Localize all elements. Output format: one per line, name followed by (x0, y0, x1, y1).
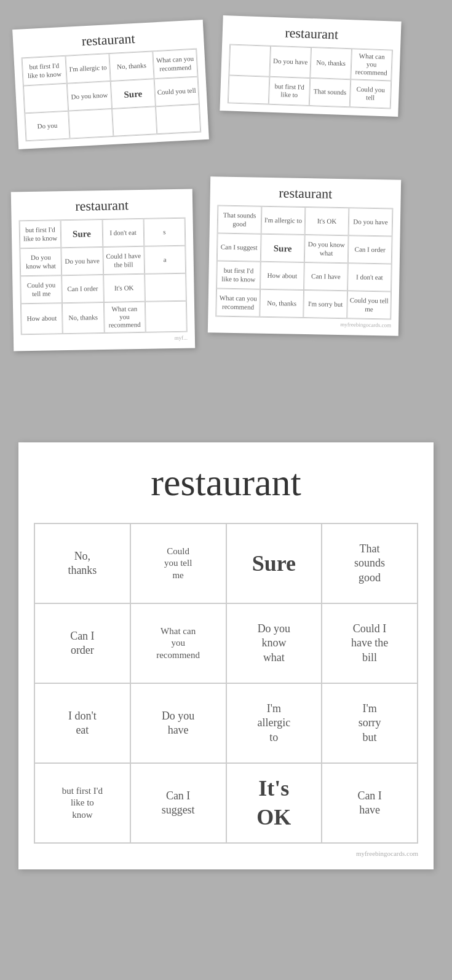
cell (112, 106, 157, 136)
cell: but first I'd like to know (20, 220, 61, 248)
cell: s (143, 218, 185, 246)
card-1-title: restaurant (20, 28, 197, 53)
cell: Do you (25, 111, 69, 141)
cell: I don't eat (102, 219, 144, 247)
cell: Do you know what (20, 248, 61, 276)
cell: Can I suggest (217, 233, 261, 262)
cell: I'm allergic to (261, 206, 306, 235)
cell (229, 44, 271, 76)
bingo-card-2: restaurant Do you have No, thanks What c… (220, 15, 401, 117)
cell: Could you tell me (20, 275, 62, 304)
main-cell-r1c1: No,thanks (34, 523, 130, 603)
cell: No, thanks (62, 302, 104, 334)
cell: I don't eat (347, 263, 392, 291)
cell: a (144, 246, 186, 274)
main-bingo-card: restaurant No,thanks Couldyou tellme Sur… (18, 442, 434, 869)
cell: Can I order (61, 275, 103, 303)
card-3-watermark: myf... (21, 334, 188, 343)
card-1-grid: but first I'd like to know I'm allergic … (22, 49, 202, 142)
main-watermark: myfreebingocards.com (34, 850, 418, 857)
bingo-card-4: restaurant That sounds good I'm allergic… (208, 176, 401, 335)
cell: I'm allergic to (65, 53, 110, 84)
cell: What can you recommend (351, 49, 392, 80)
cell: Can I order (348, 235, 392, 264)
cell (145, 301, 187, 332)
cell: How about (21, 303, 63, 334)
main-cell-r3c2: Do youhave (130, 683, 226, 763)
main-cell-r2c1: Can Iorder (34, 603, 130, 683)
bingo-card-1: restaurant but first I'd like to know I'… (12, 20, 209, 149)
main-cell-r2c3: Do youknowwhat (226, 603, 322, 683)
cell: How about (260, 262, 304, 290)
bingo-card-3: restaurant but first I'd like to know Su… (11, 189, 195, 351)
cell: It's OK (103, 274, 145, 302)
cell: Do you have (349, 208, 393, 236)
cell (68, 109, 113, 139)
cell: No, thanks (310, 47, 352, 79)
card-3-grid: but first I'd like to know Sure I don't … (19, 218, 188, 335)
card-4-title: restaurant (218, 184, 394, 203)
card-2-grid: Do you have No, thanks What can you reco… (228, 44, 393, 109)
cell: No, thanks (109, 51, 154, 81)
cell: Can I have (304, 262, 348, 291)
card-3-title: restaurant (18, 197, 185, 216)
main-cell-r4c3: It'sOK (226, 763, 322, 843)
main-cell-r4c2: Can Isuggest (130, 763, 226, 843)
cell: Could you tell me (347, 291, 391, 319)
cell: Do you know what (304, 235, 349, 263)
cell: What can you recommend (216, 289, 260, 317)
cell: Sure (61, 219, 103, 248)
cell: No, thanks (260, 289, 304, 318)
cell: That sounds (309, 78, 351, 107)
cell (228, 75, 270, 104)
cell: Sure (111, 79, 156, 109)
cell: Do you have (61, 247, 103, 275)
cell: What can you recommend (153, 49, 197, 79)
cell: What can you recommend (103, 302, 145, 333)
cell: Do you know (67, 81, 112, 111)
card-2-title: restaurant (229, 23, 394, 44)
cell: Could I have the bill (103, 246, 145, 275)
main-cell-r3c1: I don'teat (34, 683, 130, 763)
cell: Could you tell (154, 77, 199, 107)
main-cell-r2c4: Could Ihave thebill (322, 603, 418, 683)
top-cards-section: restaurant but first I'd like to know I'… (0, 0, 452, 442)
cell: That sounds good (218, 206, 262, 234)
card-4-grid: That sounds good I'm allergic to It's OK… (215, 205, 393, 320)
main-cell-r4c4: Can Ihave (322, 763, 418, 843)
cell (23, 84, 68, 114)
cell: Could you tell (350, 79, 392, 108)
cell: Sure (261, 234, 305, 262)
cell (156, 104, 200, 135)
cell: Do you have (269, 46, 311, 78)
main-title: restaurant (34, 461, 418, 504)
cell: but first I'd like to know (22, 56, 67, 86)
cell (145, 273, 186, 302)
main-cell-r1c2: Couldyou tellme (130, 523, 226, 603)
main-cell-r3c3: I'mallergicto (226, 683, 322, 763)
cell: but first I'd like to (269, 76, 311, 105)
cell: but first I'd like to know (216, 261, 261, 289)
main-bingo-grid: No,thanks Couldyou tellme Sure Thatsound… (34, 523, 418, 844)
main-cell-r1c3: Sure (226, 523, 322, 603)
main-cell-r2c2: What canyourecommend (130, 603, 226, 683)
cell: It's OK (305, 207, 349, 235)
main-cell-r4c1: but first I'dlike toknow (34, 763, 130, 843)
main-cell-r3c4: I'msorrybut (322, 683, 418, 763)
main-cell-r1c4: Thatsoundsgood (322, 523, 418, 603)
cell: I'm sorry but (303, 290, 347, 318)
card-4-watermark: myfreebingocards.com (215, 319, 391, 328)
